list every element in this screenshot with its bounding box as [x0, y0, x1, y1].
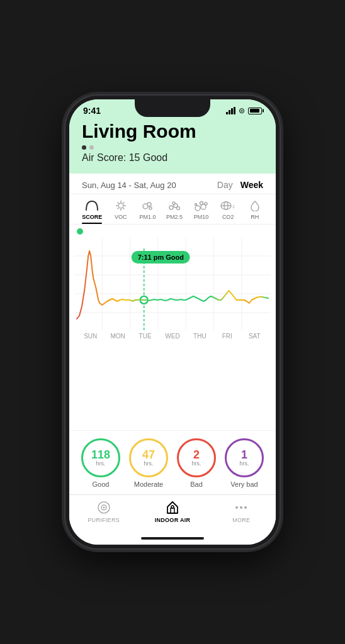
x-label-tue: TUE	[132, 333, 159, 340]
stat-unit-moderate: hrs.	[144, 460, 153, 467]
svg-line-6	[123, 208, 124, 209]
tab-purifiers[interactable]: PURIFIERS	[69, 500, 138, 523]
tab-indoor-air[interactable]: INDOOR AIR	[138, 500, 206, 523]
page-dots	[82, 145, 263, 150]
tab-co2[interactable]: 2 CO2	[220, 199, 236, 224]
svg-point-45	[244, 506, 247, 509]
tab-pm10[interactable]: PM10	[193, 199, 210, 224]
svg-point-19	[205, 203, 207, 205]
svg-point-16	[195, 206, 200, 211]
stat-label-moderate: Moderate	[134, 480, 163, 488]
status-time: 9:41	[83, 106, 101, 116]
score-label: SCORE	[82, 214, 102, 220]
stat-unit-verybad: hrs.	[239, 460, 249, 467]
stat-circle-verybad: 1 hrs.	[225, 438, 264, 477]
stat-value-good: 118	[91, 449, 110, 460]
air-score: Air Score: 15 Good	[82, 152, 263, 164]
svg-point-14	[177, 207, 180, 210]
svg-point-12	[169, 206, 173, 209]
battery-icon	[248, 108, 262, 114]
stat-label-verybad: Very bad	[230, 480, 257, 488]
page-title: Living Room	[82, 121, 263, 142]
stat-circle-moderate: 47 hrs.	[129, 438, 168, 477]
chart-indicator	[77, 228, 83, 235]
svg-line-7	[123, 203, 124, 204]
stat-value-moderate: 47	[142, 449, 155, 460]
svg-point-39	[103, 507, 105, 509]
wifi-icon: ⊜	[239, 106, 245, 115]
day-toggle[interactable]: Day	[217, 180, 233, 190]
tab-indoor-air-label: INDOOR AIR	[155, 517, 191, 523]
tab-voc[interactable]: VOC	[113, 199, 129, 224]
week-toggle[interactable]: Week	[240, 180, 263, 190]
svg-rect-40	[171, 508, 174, 513]
chart-area: 7:11 pm Good	[69, 225, 276, 430]
screen: 9:41 ⊜ Living Room Air Scor	[69, 99, 276, 545]
indoor-air-icon	[165, 500, 180, 515]
stat-label-bad: Bad	[190, 480, 203, 488]
rh-label: RH	[251, 214, 259, 220]
svg-point-10	[147, 203, 151, 206]
tab-more-label: MORE	[232, 517, 250, 523]
svg-point-18	[200, 202, 203, 205]
tab-pm25[interactable]: PM2.5	[166, 199, 183, 224]
purifiers-icon	[96, 500, 111, 515]
pm25-label: PM2.5	[166, 214, 183, 220]
stat-good: 118 hrs. Good	[81, 438, 120, 488]
pm10-icon	[193, 199, 210, 212]
tab-score[interactable]: SCORE	[82, 199, 102, 224]
svg-text:2: 2	[232, 204, 235, 209]
tab-bar: PURIFIERS INDOOR AIR	[69, 494, 276, 535]
stat-value-verybad: 1	[241, 449, 247, 460]
stat-unit-good: hrs.	[96, 460, 105, 467]
pm1-icon	[139, 199, 156, 212]
stat-label-good: Good	[93, 480, 110, 488]
x-label-mon: MON	[104, 333, 131, 340]
x-label-sat: SAT	[241, 333, 268, 340]
x-label-thu: THU	[186, 333, 213, 340]
chart-container: 7:11 pm Good	[74, 237, 271, 331]
voc-label: VOC	[115, 214, 127, 220]
svg-point-20	[195, 204, 196, 206]
date-range: Sun, Aug 14 - Sat, Aug 20	[82, 180, 176, 190]
svg-point-44	[240, 506, 242, 509]
svg-line-8	[117, 208, 118, 209]
rh-icon	[247, 199, 263, 212]
svg-point-11	[149, 207, 152, 209]
pm1-label: PM1.0	[139, 214, 156, 220]
dot-1	[82, 145, 86, 150]
co2-label: CO2	[222, 214, 234, 220]
notch	[135, 99, 210, 117]
x-label-sun: SUN	[77, 333, 104, 340]
chart-x-labels: SUN MON TUE WED THU FRI SAT	[74, 331, 271, 340]
home-bar	[141, 537, 204, 540]
chart-tooltip: 7:11 pm Good	[132, 251, 190, 264]
co2-icon: 2	[220, 199, 236, 212]
header: Living Room Air Score: 15 Good	[69, 118, 276, 174]
dot-2	[89, 145, 94, 150]
pm25-icon	[166, 199, 183, 212]
signal-icon	[226, 107, 235, 114]
stat-circle-bad: 2 hrs.	[177, 438, 216, 477]
phone-frame: 9:41 ⊜ Living Room Air Scor	[65, 96, 280, 548]
svg-point-15	[172, 202, 175, 204]
stat-verybad: 1 hrs. Very bad	[225, 438, 264, 488]
home-indicator	[69, 535, 276, 545]
metric-tabs: SCORE VOC	[69, 194, 276, 225]
stat-bad: 2 hrs. Bad	[177, 438, 216, 488]
stats-section: 118 hrs. Good 47 hrs. Moderate 2 hrs. Ba…	[69, 430, 276, 494]
status-icons: ⊜	[226, 106, 262, 115]
tab-purifiers-label: PURIFIERS	[88, 517, 120, 523]
tab-more[interactable]: MORE	[207, 500, 276, 523]
stat-moderate: 47 hrs. Moderate	[129, 438, 168, 488]
x-label-fri: FRI	[213, 333, 240, 340]
score-icon	[84, 199, 100, 212]
tab-rh[interactable]: RH	[247, 199, 263, 224]
tab-pm1[interactable]: PM1.0	[139, 199, 156, 224]
svg-line-5	[117, 203, 118, 204]
stat-unit-bad: hrs.	[191, 460, 201, 467]
x-label-wed: WED	[159, 333, 186, 340]
svg-point-0	[118, 203, 123, 208]
stat-value-bad: 2	[193, 449, 200, 460]
date-section: Sun, Aug 14 - Sat, Aug 20 Day Week	[69, 174, 276, 194]
